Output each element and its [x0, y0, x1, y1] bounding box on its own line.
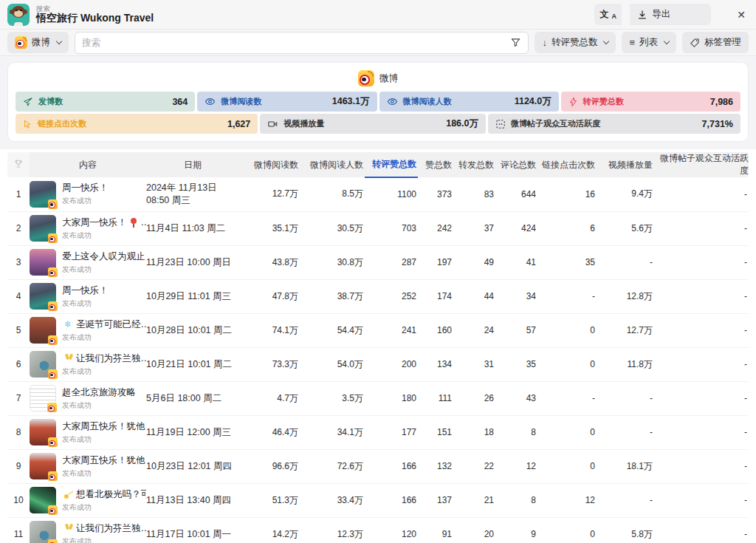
post-title[interactable]: 爱上这令人叹为观止…	[62, 250, 146, 263]
column-header-reposts[interactable]: 转发总数	[453, 152, 495, 177]
post-thumbnail[interactable]	[30, 317, 56, 344]
translate-icon: 文	[600, 8, 609, 21]
post-title[interactable]: 大家周五快乐！犹他…	[62, 454, 146, 467]
tag-icon	[690, 38, 700, 48]
column-header-comments[interactable]: 评论总数	[495, 152, 537, 177]
post-title[interactable]: 周一快乐！	[62, 182, 146, 194]
metric-cell: -	[537, 381, 597, 415]
export-button[interactable]: 导出	[630, 4, 711, 25]
summary-strip: 微博 发博数 364 微博阅读数 1463.1万 微博阅读人数 1124.0万 …	[0, 56, 756, 149]
row-rank: 10	[7, 483, 30, 517]
post-thumbnail[interactable]	[30, 453, 56, 479]
table-row[interactable]: 11 让我们为芬兰独… 发布成功 11月17日 10:01 周一 14.2万12…	[7, 517, 749, 543]
column-header-engagements-sorted[interactable]: 转评赞总数	[365, 152, 418, 177]
post-thumbnail[interactable]	[30, 181, 56, 208]
table-row[interactable]: 5 圣诞节可能已经… 发布成功 10月28日 10:01 周二 74.1万54.…	[7, 313, 749, 347]
post-thumbnail[interactable]	[30, 487, 56, 513]
post-date: 10月28日 10:01 周二	[146, 313, 239, 347]
metric-cell: 14.2万	[239, 517, 300, 543]
post-title-text: 想看北极光吗？可…	[76, 488, 146, 501]
table-row[interactable]: 2 大家周一快乐！… 发布成功 11月4日 11:03 周二 35.1万30.5…	[7, 211, 749, 245]
post-title[interactable]: 想看北极光吗？可…	[62, 488, 146, 501]
filter-icon[interactable]	[510, 37, 521, 48]
post-thumbnail[interactable]	[30, 215, 56, 242]
metric-cell: 134	[418, 347, 453, 381]
download-icon	[637, 10, 647, 20]
view-label: 列表	[639, 36, 658, 49]
row-rank: 7	[7, 381, 30, 415]
table-row[interactable]: 4 周一快乐！ 发布成功 10月29日 11:01 周三 47.8万38.7万2…	[7, 279, 749, 313]
post-thumbnail[interactable]	[30, 351, 56, 378]
send-icon	[23, 97, 33, 107]
metric-cell: 74.1万	[239, 313, 300, 347]
metric-cell: 6	[537, 211, 597, 245]
post-title-text: 让我们为芬兰独…	[76, 352, 146, 365]
weibo-badge-icon	[48, 539, 58, 543]
table-row[interactable]: 7 超全北京旅游攻略 发布成功 5月6日 18:00 周二 4.7万3.5万18…	[7, 381, 749, 415]
post-thumbnail[interactable]	[30, 385, 56, 411]
search-input[interactable]	[82, 38, 504, 48]
weibo-badge-icon	[48, 301, 58, 311]
metric-cell: 166	[365, 449, 418, 483]
row-rank: 4	[7, 279, 30, 313]
post-title[interactable]: 大家周一快乐！…	[62, 216, 146, 229]
metric-cell: 8.5万	[300, 177, 365, 211]
metric-cell: 72.6万	[300, 449, 365, 483]
post-title[interactable]: 让我们为芬兰独…	[62, 522, 146, 535]
metric-cell: 252	[365, 279, 418, 313]
stat-engagements: 转评赞总数 7,986	[561, 92, 740, 112]
tag-label: 标签管理	[704, 36, 741, 49]
tag-manage-button[interactable]: 标签管理	[682, 32, 749, 53]
weibo-icon	[15, 36, 27, 49]
column-header-reads[interactable]: 微博阅读数	[239, 152, 300, 177]
chevron-down-icon	[56, 38, 62, 44]
post-thumbnail[interactable]	[30, 249, 56, 276]
column-header-video-views[interactable]: 视频播放量	[597, 152, 654, 177]
post-title-text: 大家周五快乐！犹他…	[62, 420, 146, 433]
row-rank: 1	[7, 177, 30, 211]
view-button[interactable]: ≡ 列表	[622, 32, 676, 53]
post-thumbnail[interactable]	[30, 283, 56, 310]
column-header-activity[interactable]: 微博帖子观众互动活跃度	[654, 152, 749, 177]
channel-select[interactable]: 微博	[7, 32, 69, 53]
account-avatar	[7, 4, 30, 26]
column-header-content[interactable]: 内容	[30, 152, 146, 177]
metric-cell: 18	[453, 415, 495, 449]
column-header-link-clicks[interactable]: 链接点击次数	[537, 152, 597, 177]
translate-button[interactable]: 文A	[594, 4, 622, 25]
post-title[interactable]: 大家周五快乐！犹他…	[62, 420, 146, 433]
column-header-readers[interactable]: 微博阅读人数	[300, 152, 365, 177]
close-icon[interactable]: ✕	[737, 9, 746, 21]
post-thumbnail[interactable]	[30, 521, 56, 543]
post-title[interactable]: 周一快乐！	[62, 284, 146, 297]
metric-cell: 0	[537, 517, 597, 543]
metric-cell: 177	[365, 415, 418, 449]
arrow-down-icon: ↓	[542, 38, 547, 47]
metric-cell: 12	[537, 483, 597, 517]
metric-cell: 8	[495, 415, 537, 449]
metric-cell: 54.0万	[300, 347, 365, 381]
pin-emoji	[129, 218, 139, 228]
table-row[interactable]: 1 周一快乐！ 发布成功 2024年 11月13日 08:50 周三 12.7万…	[7, 177, 749, 211]
metric-cell: 34	[495, 279, 537, 313]
metric-cell: 8	[495, 483, 537, 517]
column-header-date[interactable]: 日期	[146, 152, 239, 177]
post-title[interactable]: 圣诞节可能已经…	[62, 318, 146, 331]
table-row[interactable]: 6 让我们为芬兰独… 发布成功 10月21日 10:01 周二 73.3万54.…	[7, 347, 749, 381]
metric-cell: 22	[453, 449, 495, 483]
table-row[interactable]: 9 大家周五快乐！犹他… 发布成功 10月23日 12:01 周四 96.6万7…	[7, 449, 749, 483]
post-thumbnail[interactable]	[30, 419, 56, 445]
sort-button[interactable]: ↓ 转评赞总数	[535, 32, 616, 53]
metric-cell: 49	[453, 245, 495, 279]
table-row[interactable]: 8 大家周五快乐！犹他… 发布成功 11月19日 12:00 周三 46.4万3…	[7, 415, 749, 449]
metric-cell: 35	[495, 347, 537, 381]
metric-cell: 37	[453, 211, 495, 245]
metric-cell: 30.8万	[300, 245, 365, 279]
table-row[interactable]: 3 爱上这令人叹为观止… 发布成功 11月23日 10:00 周日 43.8万3…	[7, 245, 749, 279]
post-title[interactable]: 超全北京旅游攻略	[62, 386, 146, 399]
post-status: 发布成功	[62, 400, 146, 411]
post-title[interactable]: 让我们为芬兰独…	[62, 352, 146, 365]
table-row[interactable]: 10 想看北极光吗？可… 发布成功 11月13日 13:40 周四 51.3万3…	[7, 483, 749, 517]
sort-label: 转评赞总数	[551, 36, 598, 49]
column-header-likes[interactable]: 赞总数	[418, 152, 453, 177]
